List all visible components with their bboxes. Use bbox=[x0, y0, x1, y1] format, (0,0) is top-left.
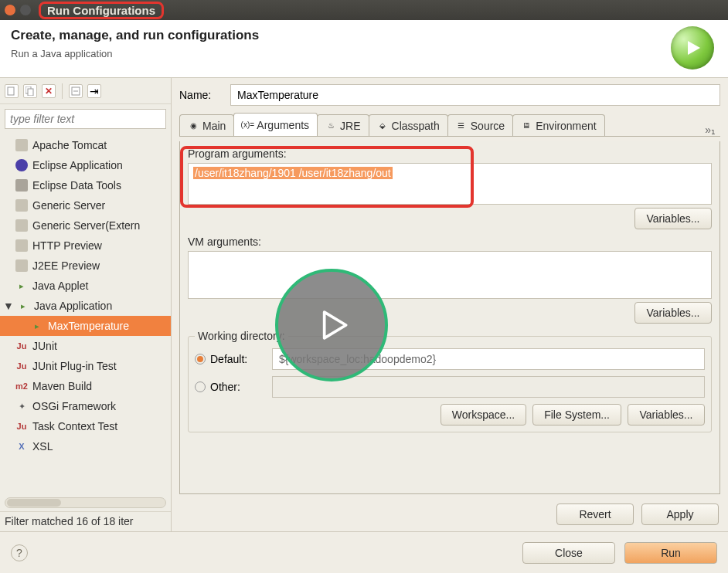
environment-tab-icon: 🖥 bbox=[521, 120, 532, 131]
arguments-tab-icon: (x)= bbox=[242, 120, 253, 131]
tree-item-label: HTTP Preview bbox=[32, 239, 102, 252]
svg-rect-3 bbox=[28, 89, 33, 96]
program-args-variables-button[interactable]: Variables... bbox=[634, 208, 712, 229]
working-directory-legend: Working directory: bbox=[195, 330, 288, 342]
tree-item-junit[interactable]: JuJUnit bbox=[0, 336, 171, 356]
wd-default-radio-label[interactable]: Default: bbox=[195, 353, 264, 365]
server-icon bbox=[15, 139, 28, 151]
config-panel: Name: ◉Main(x)=Arguments♨JRE⬙Classpath☰S… bbox=[172, 78, 728, 531]
radio-checked-icon[interactable] bbox=[195, 354, 206, 364]
name-field[interactable] bbox=[230, 84, 720, 106]
maven-icon: m2 bbox=[15, 380, 28, 392]
tree-item-java-application[interactable]: ▼▸Java Application bbox=[0, 296, 171, 316]
collapse-all-icon[interactable] bbox=[69, 84, 83, 98]
junit-icon: Ju bbox=[15, 420, 28, 432]
tab-classpath[interactable]: ⬙Classpath bbox=[369, 114, 448, 136]
wd-variables-button[interactable]: Variables... bbox=[628, 404, 705, 426]
filter-input[interactable] bbox=[5, 109, 166, 129]
tree-item-eclipse-application[interactable]: Eclipse Application bbox=[0, 155, 171, 175]
tree-item-label: Apache Tomcat bbox=[32, 139, 107, 151]
svg-marker-0 bbox=[688, 41, 700, 55]
server-icon bbox=[15, 199, 28, 212]
horizontal-scrollbar[interactable] bbox=[5, 497, 166, 508]
source-tab-icon: ☰ bbox=[456, 120, 467, 131]
svg-rect-1 bbox=[8, 87, 14, 95]
filter-icon[interactable]: ⇥ bbox=[87, 84, 101, 98]
revert-button[interactable]: Revert bbox=[556, 503, 634, 525]
apply-button[interactable]: Apply bbox=[641, 503, 719, 525]
tab-main[interactable]: ◉Main bbox=[179, 114, 234, 136]
tree-item-eclipse-data-tools[interactable]: Eclipse Data Tools bbox=[0, 175, 171, 195]
dialog-body: ✕ ⇥ Apache TomcatEclipse ApplicationEcli… bbox=[0, 77, 728, 531]
filter-status: Filter matched 16 of 18 iter bbox=[0, 511, 171, 531]
tree-item-label: Eclipse Application bbox=[32, 159, 123, 171]
window-title: Run Configurations bbox=[47, 4, 155, 17]
toolbar-separator bbox=[62, 83, 63, 99]
config-tabs: ◉Main(x)=Arguments♨JRE⬙Classpath☰Source🖥… bbox=[179, 114, 720, 137]
program-args-textarea[interactable]: /user/it18zhang/1901 /user/it18zhang/out bbox=[188, 163, 712, 205]
arguments-tab-pane: Program arguments: /user/it18zhang/1901 … bbox=[179, 141, 720, 494]
file-system-button[interactable]: File System... bbox=[532, 404, 621, 426]
osgi-icon: ✦ bbox=[15, 400, 28, 412]
tree-item-generic-server[interactable]: Generic Server bbox=[0, 195, 171, 215]
window-close-icon[interactable] bbox=[5, 5, 15, 15]
tab-label: JRE bbox=[340, 120, 360, 132]
tab-jre[interactable]: ♨JRE bbox=[317, 114, 369, 136]
wd-other-radio-label[interactable]: Other: bbox=[195, 381, 264, 393]
working-directory-group: Working directory: Default: Other: bbox=[188, 330, 712, 432]
classpath-tab-icon: ⬙ bbox=[377, 120, 388, 131]
tab-arguments[interactable]: (x)=Arguments bbox=[233, 113, 318, 136]
dialog-subtitle: Run a Java application bbox=[11, 48, 259, 59]
tab-label: Classpath bbox=[392, 120, 440, 132]
java-icon: ▸ bbox=[17, 300, 29, 312]
window-minimize-icon[interactable] bbox=[20, 5, 31, 15]
name-row: Name: bbox=[179, 84, 720, 106]
server-icon bbox=[15, 239, 28, 252]
dialog-footer: ? Close Run bbox=[0, 531, 728, 573]
junit-icon: Ju bbox=[15, 340, 28, 352]
tab-environment[interactable]: 🖥Environment bbox=[512, 114, 605, 136]
tree-item-maven-build[interactable]: m2Maven Build bbox=[0, 376, 171, 396]
tree-item-j2ee-preview[interactable]: J2EE Preview bbox=[0, 256, 171, 276]
tree-item-xsl[interactable]: XXSL bbox=[0, 436, 171, 456]
config-tree[interactable]: Apache TomcatEclipse ApplicationEclipse … bbox=[0, 134, 171, 494]
program-args-value: /user/it18zhang/1901 /user/it18zhang/out bbox=[193, 167, 393, 179]
sidebar-toolbar: ✕ ⇥ bbox=[0, 78, 171, 104]
tree-item-generic-server-extern[interactable]: Generic Server(Extern bbox=[0, 215, 171, 236]
main-tab-icon: ◉ bbox=[188, 120, 199, 131]
tree-item-label: J2EE Preview bbox=[32, 259, 100, 272]
close-button[interactable]: Close bbox=[522, 542, 615, 564]
tree-item-label: Eclipse Data Tools bbox=[32, 179, 121, 192]
run-header-icon bbox=[671, 26, 714, 70]
duplicate-config-icon[interactable] bbox=[23, 84, 37, 98]
wd-default-field bbox=[272, 348, 705, 370]
workspace-button[interactable]: Workspace... bbox=[441, 404, 526, 426]
delete-config-icon[interactable]: ✕ bbox=[42, 84, 56, 98]
revert-apply-row: Revert Apply bbox=[179, 499, 720, 527]
new-config-icon[interactable] bbox=[5, 84, 19, 98]
tree-item-apache-tomcat[interactable]: Apache Tomcat bbox=[0, 135, 171, 155]
tabs-overflow-icon[interactable]: »₁ bbox=[700, 124, 720, 136]
radio-unchecked-icon[interactable] bbox=[195, 381, 206, 392]
server-icon bbox=[15, 259, 28, 272]
chevron-down-icon[interactable]: ▼ bbox=[5, 300, 12, 312]
tab-source[interactable]: ☰Source bbox=[447, 114, 513, 136]
tree-item-task-context-test[interactable]: JuTask Context Test bbox=[0, 416, 171, 436]
tree-item-label: JUnit bbox=[32, 340, 57, 352]
vm-args-textarea[interactable] bbox=[188, 251, 712, 299]
eclipse-icon bbox=[15, 159, 28, 171]
tree-item-label: Java Applet bbox=[32, 280, 88, 292]
tab-label: Environment bbox=[536, 120, 597, 132]
jre-tab-icon: ♨ bbox=[325, 120, 336, 131]
wd-other-field bbox=[272, 376, 705, 398]
tree-item-maxtemperature[interactable]: ▸MaxTemperature bbox=[0, 316, 171, 336]
tree-item-label: MaxTemperature bbox=[48, 320, 129, 332]
tree-item-java-applet[interactable]: ▸Java Applet bbox=[0, 276, 171, 296]
tree-item-http-preview[interactable]: HTTP Preview bbox=[0, 236, 171, 256]
run-button[interactable]: Run bbox=[624, 542, 717, 564]
tree-item-junit-plug-in-test[interactable]: JuJUnit Plug-in Test bbox=[0, 356, 171, 376]
vm-args-variables-button[interactable]: Variables... bbox=[634, 302, 712, 324]
help-icon[interactable]: ? bbox=[11, 544, 28, 561]
tree-item-label: Java Application bbox=[34, 300, 112, 312]
tree-item-osgi-framework[interactable]: ✦OSGi Framework bbox=[0, 396, 171, 416]
